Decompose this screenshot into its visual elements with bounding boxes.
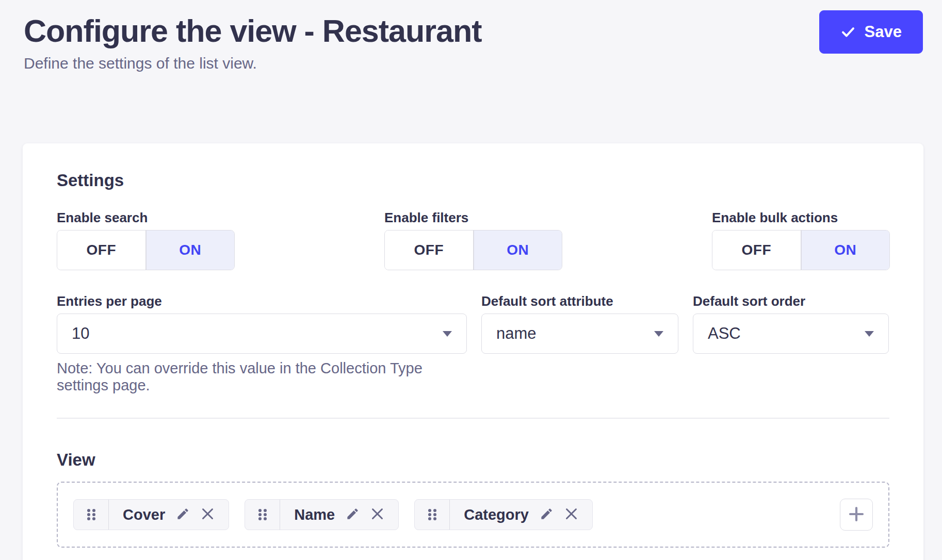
pencil-icon	[346, 507, 360, 522]
drag-handle-icon[interactable]	[415, 500, 450, 530]
field-chip-category[interactable]: Category	[414, 499, 593, 530]
add-field-button[interactable]	[840, 499, 873, 531]
view-heading: View	[57, 450, 889, 470]
enable-search-on-button[interactable]: ON	[147, 230, 235, 270]
pencil-icon	[176, 507, 190, 522]
plus-icon	[847, 505, 866, 525]
toggle-enable-search: OFF ON	[57, 230, 235, 270]
close-icon	[564, 507, 578, 522]
drag-handle-icon[interactable]	[245, 500, 280, 530]
save-button-label: Save	[865, 23, 902, 41]
enable-bulk-actions-on-button[interactable]: ON	[802, 230, 890, 270]
field-chip-label: Cover	[123, 506, 165, 523]
entries-per-page-label: Entries per page	[57, 293, 467, 309]
enable-filters-on-button[interactable]: ON	[474, 230, 562, 270]
edit-field-button[interactable]	[176, 507, 190, 522]
configure-view-page: Configure the view - Restaurant Define t…	[0, 0, 942, 560]
edit-field-button[interactable]	[540, 507, 554, 522]
default-sort-order-select[interactable]: ASC	[693, 314, 889, 354]
enable-filters-label: Enable filters	[384, 209, 712, 226]
entries-per-page-select[interactable]: 10	[57, 314, 467, 354]
check-icon	[840, 24, 856, 40]
chevron-down-icon	[654, 331, 663, 337]
enable-search-off-button[interactable]: OFF	[57, 230, 147, 270]
remove-field-button[interactable]	[564, 507, 578, 522]
enable-filters-field: Enable filters OFF ON	[384, 209, 712, 270]
close-icon	[201, 507, 215, 522]
default-sort-attribute-field: Default sort attribute name	[481, 293, 678, 394]
settings-section: Settings Enable search OFF ON Enable fil…	[57, 170, 889, 419]
save-button[interactable]: Save	[819, 10, 923, 54]
drag-handle-icon[interactable]	[74, 500, 109, 530]
toggle-enable-filters: OFF ON	[384, 230, 562, 270]
default-sort-attribute-select[interactable]: name	[481, 314, 678, 354]
close-icon	[370, 507, 384, 522]
pencil-icon	[540, 507, 554, 522]
entries-per-page-note: Note: You can override this value in the…	[57, 360, 467, 394]
enable-bulk-actions-label: Enable bulk actions	[712, 209, 890, 226]
edit-field-button[interactable]	[346, 507, 360, 522]
chevron-down-icon	[443, 331, 452, 337]
entries-per-page-value: 10	[72, 324, 89, 343]
field-chip-cover[interactable]: Cover	[73, 499, 229, 530]
sort-settings-row: Entries per page 10 Note: You can overri…	[57, 293, 889, 394]
settings-card: Settings Enable search OFF ON Enable fil…	[23, 143, 923, 560]
field-chip-label: Category	[464, 506, 529, 523]
toggles-row: Enable search OFF ON Enable filters OFF …	[57, 209, 889, 270]
toggle-enable-bulk-actions: OFF ON	[712, 230, 890, 270]
page-header: Configure the view - Restaurant Define t…	[0, 0, 942, 72]
page-title: Configure the view - Restaurant	[24, 13, 919, 48]
settings-heading: Settings	[57, 170, 889, 191]
enable-search-field: Enable search OFF ON	[57, 209, 384, 270]
enable-bulk-actions-field: Enable bulk actions OFF ON	[712, 209, 890, 270]
field-chip-name[interactable]: Name	[245, 499, 399, 530]
entries-per-page-field: Entries per page 10 Note: You can overri…	[57, 293, 467, 394]
page-subtitle: Define the settings of the list view.	[24, 55, 919, 72]
default-sort-attribute-label: Default sort attribute	[481, 293, 678, 309]
default-sort-attribute-value: name	[496, 324, 537, 343]
enable-filters-off-button[interactable]: OFF	[385, 230, 474, 270]
default-sort-order-value: ASC	[708, 324, 741, 343]
default-sort-order-field: Default sort order ASC	[693, 293, 889, 394]
section-divider	[57, 418, 889, 419]
enable-search-label: Enable search	[57, 209, 384, 226]
view-section: View Cover	[57, 450, 889, 548]
default-sort-order-label: Default sort order	[693, 293, 889, 309]
enable-bulk-actions-off-button[interactable]: OFF	[712, 230, 802, 270]
chevron-down-icon	[865, 331, 874, 337]
remove-field-button[interactable]	[370, 507, 384, 522]
field-drop-zone: Cover Name	[57, 482, 889, 548]
remove-field-button[interactable]	[201, 507, 215, 522]
field-chip-label: Name	[294, 506, 335, 523]
